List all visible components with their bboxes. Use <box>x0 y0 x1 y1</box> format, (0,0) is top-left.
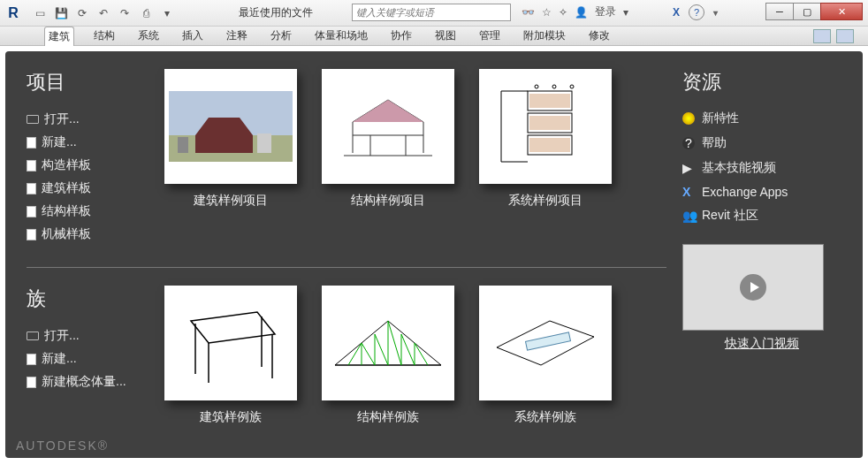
close-button[interactable]: ✕ <box>820 3 863 20</box>
people-icon: 👥 <box>682 209 695 223</box>
projects-title: 项目 <box>27 69 141 95</box>
intro-video-thumb[interactable] <box>682 244 824 331</box>
tab-collaborate[interactable]: 协作 <box>387 27 415 45</box>
undo-icon[interactable]: ↶ <box>95 5 111 21</box>
link-open-family[interactable]: 打开... <box>27 324 141 347</box>
quick-access-toolbar: ▭ 💾 ⟳ ↶ ↷ ⎙ ▾ <box>27 5 180 21</box>
resources-section: 资源 新特性 ?帮助 ▶基本技能视频 XExchange Apps 👥Revit… <box>682 69 841 440</box>
link-mech-template[interactable]: 机械样板 <box>27 223 141 246</box>
svg-line-35 <box>375 334 388 365</box>
share-icon[interactable]: ✧ <box>559 6 567 19</box>
svg-line-39 <box>401 334 415 365</box>
tab-analyze[interactable]: 分析 <box>267 27 295 45</box>
redo-icon[interactable]: ↷ <box>117 5 133 21</box>
star-icon <box>682 112 695 125</box>
tab-insert[interactable]: 插入 <box>179 27 207 45</box>
document-icon <box>27 206 36 217</box>
svg-line-31 <box>348 343 362 365</box>
tab-annotate[interactable]: 注释 <box>223 27 251 45</box>
thumb-arch-family[interactable] <box>164 286 297 400</box>
open-icon[interactable]: ▭ <box>32 5 48 21</box>
thumb-label: 建筑样例族 <box>164 409 297 425</box>
ribbon-tabs: 建筑 结构 系统 插入 注释 分析 体量和场地 协作 视图 管理 附加模块 修改 <box>0 27 868 46</box>
document-icon <box>27 354 36 365</box>
svg-point-19 <box>552 85 556 88</box>
link-new-project[interactable]: 新建... <box>27 131 141 154</box>
login-button[interactable]: 登录 <box>595 4 616 19</box>
thumb-label: 结构样例项目 <box>322 193 454 209</box>
tab-addins[interactable]: 附加模块 <box>520 27 569 45</box>
thumb-struct-project[interactable] <box>322 69 454 184</box>
link-open-project[interactable]: 打开... <box>27 108 141 131</box>
intro-video-link[interactable]: 快速入门视频 <box>682 336 841 352</box>
thumb-label: 结构样例族 <box>322 409 454 425</box>
user-cluster: 👓 ☆ ✧ 👤 登录 ▾ <box>522 4 628 19</box>
res-revit-community[interactable]: 👥Revit 社区 <box>682 203 841 228</box>
thumb-label: 系统样例项目 <box>479 193 612 209</box>
svg-marker-11 <box>353 100 423 122</box>
link-arch-template[interactable]: 建筑样板 <box>27 177 141 200</box>
link-new-conceptual-mass[interactable]: 新建概念体量... <box>27 370 141 393</box>
svg-line-33 <box>362 343 375 365</box>
minimize-button[interactable]: ─ <box>765 3 794 20</box>
tab-structure[interactable]: 结构 <box>90 27 118 45</box>
print-icon[interactable]: ⎙ <box>138 5 154 21</box>
tab-view[interactable]: 视图 <box>431 27 460 45</box>
star-icon[interactable]: ☆ <box>542 6 552 19</box>
res-whats-new[interactable]: 新特性 <box>682 106 841 131</box>
project-thumbs: 建筑样例项目 结构样例项目 系统样例项目 <box>164 69 612 246</box>
save-icon[interactable]: 💾 <box>53 5 69 21</box>
document-icon <box>27 137 36 149</box>
revit-logo[interactable]: R <box>0 0 27 27</box>
help-icon: ? <box>682 137 695 149</box>
tab-modify[interactable]: 修改 <box>585 27 613 45</box>
sync-icon[interactable]: ⟳ <box>74 5 90 21</box>
thumb-system-family[interactable] <box>479 286 612 400</box>
projects-section: 项目 打开... 新建... 构造样板 建筑样板 结构样板 机械样板 <box>27 69 141 246</box>
res-skills-videos[interactable]: ▶基本技能视频 <box>682 156 841 180</box>
divider <box>27 267 666 268</box>
document-icon <box>27 229 36 240</box>
ribbon-extra-button[interactable] <box>813 29 831 43</box>
svg-rect-23 <box>529 138 570 152</box>
svg-rect-43 <box>526 332 571 350</box>
link-construction-template[interactable]: 构造样板 <box>27 154 141 177</box>
autodesk-logo: AUTODESK® <box>16 438 109 453</box>
help-icon[interactable]: ? <box>689 4 704 20</box>
dropdown-icon[interactable]: ▾ <box>159 5 175 21</box>
thumb-arch-project[interactable] <box>164 69 297 184</box>
x-logo-icon[interactable]: X <box>673 6 680 19</box>
svg-line-41 <box>415 343 428 365</box>
thumb-label: 系统样例族 <box>479 409 612 425</box>
document-icon <box>27 183 36 194</box>
link-struct-template[interactable]: 结构样板 <box>27 200 141 223</box>
thumb-system-project[interactable] <box>479 69 612 184</box>
svg-rect-4 <box>257 133 271 153</box>
tab-systems[interactable]: 系统 <box>134 27 163 45</box>
ribbon-extra-button[interactable] <box>836 29 854 43</box>
tab-massing[interactable]: 体量和场地 <box>311 27 371 45</box>
link-new-family[interactable]: 新建... <box>27 347 141 370</box>
chevron-down-icon[interactable]: ▾ <box>623 6 628 19</box>
binoculars-icon[interactable]: 👓 <box>522 6 535 19</box>
help-cluster: X ? ▾ <box>673 4 718 20</box>
play-icon: ▶ <box>682 161 695 175</box>
start-panel: 项目 打开... 新建... 构造样板 建筑样板 结构样板 机械样板 建筑样例项… <box>5 51 863 458</box>
svg-point-18 <box>535 85 538 88</box>
svg-line-37 <box>388 321 401 365</box>
tab-architecture[interactable]: 建筑 <box>44 27 74 46</box>
document-icon <box>27 377 36 388</box>
thumb-struct-family[interactable] <box>322 286 454 400</box>
play-icon <box>740 274 766 301</box>
tab-manage[interactable]: 管理 <box>476 27 504 45</box>
maximize-button[interactable]: ▢ <box>793 3 821 20</box>
recent-files-title: 最近使用的文件 <box>239 5 313 20</box>
search-input[interactable] <box>352 4 511 21</box>
titlebar: R ▭ 💾 ⟳ ↶ ↷ ⎙ ▾ 最近使用的文件 👓 ☆ ✧ 👤 登录 ▾ X ?… <box>0 0 868 27</box>
x-icon: X <box>682 185 695 199</box>
res-help[interactable]: ?帮助 <box>682 131 841 156</box>
chevron-down-icon[interactable]: ▾ <box>713 8 718 18</box>
res-exchange-apps[interactable]: XExchange Apps <box>682 180 841 203</box>
svg-rect-22 <box>529 116 570 130</box>
user-icon[interactable]: 👤 <box>575 6 588 19</box>
